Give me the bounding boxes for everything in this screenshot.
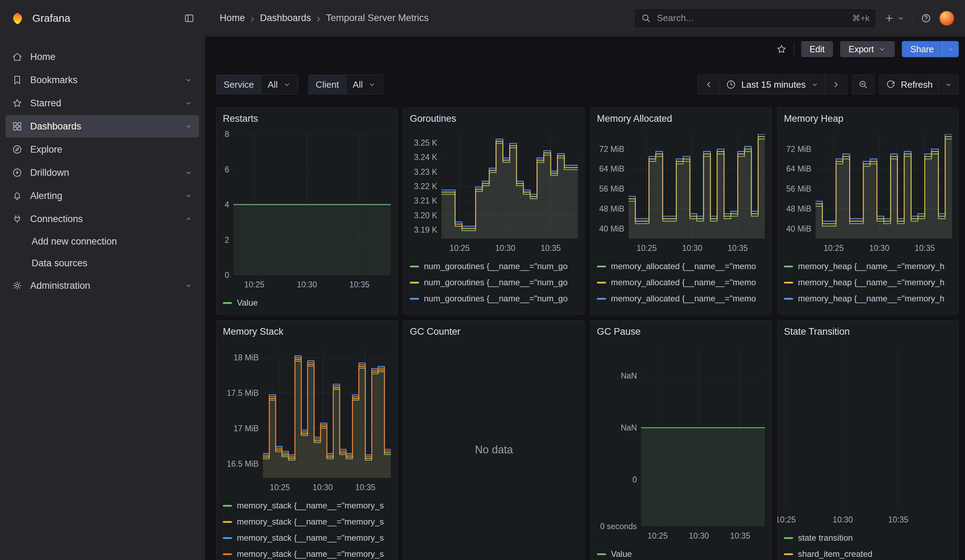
- y-axis-label: 0: [632, 475, 637, 485]
- panel-title[interactable]: GC Counter: [410, 326, 578, 337]
- legend-item[interactable]: memory_stack {__name__="memory_s: [223, 546, 391, 560]
- compass-icon: [12, 144, 23, 155]
- legend-item[interactable]: Value: [223, 295, 391, 311]
- sidebar-item-data-sources[interactable]: Data sources: [6, 253, 199, 274]
- sidebar-item-home[interactable]: Home: [6, 46, 199, 68]
- sidebar-item-dashboards[interactable]: Dashboards: [6, 115, 199, 137]
- x-axis-label: 10:30: [689, 531, 709, 541]
- refresh-button[interactable]: Refresh: [879, 75, 939, 95]
- y-axis: NaNNaN00 seconds: [597, 347, 641, 526]
- chart-plot[interactable]: [816, 134, 952, 238]
- share-button-label[interactable]: Share: [902, 41, 942, 57]
- legend-item[interactable]: shard_item_created: [784, 546, 952, 560]
- legend-swatch: [784, 537, 793, 539]
- legend-item[interactable]: memory_allocated {__name__="memo: [597, 274, 765, 291]
- zoom-out-button[interactable]: [852, 75, 875, 95]
- legend-item[interactable]: memory_stack {__name__="memory_s: [223, 530, 391, 546]
- legend-swatch: [784, 298, 793, 300]
- legend-item[interactable]: memory_heap {__name__="memory_h: [784, 258, 952, 274]
- legend-item[interactable]: memory_heap {__name__="memory_h: [784, 291, 952, 307]
- help-icon[interactable]: [921, 13, 931, 23]
- legend-item[interactable]: memory_stack {__name__="memory_s: [223, 498, 391, 514]
- panel-title[interactable]: State Transition: [784, 326, 952, 337]
- sidebar-item-connections[interactable]: Connections: [6, 208, 199, 230]
- legend-item[interactable]: memory_heap {__name__="memory_h: [784, 307, 952, 311]
- legend-item[interactable]: memory_allocated {__name__="memo: [597, 258, 765, 274]
- sidebar-item-starred[interactable]: Starred: [6, 92, 199, 114]
- y-axis-label: 3.22 K: [414, 182, 438, 191]
- chevron-up-icon: [184, 215, 193, 223]
- legend-item[interactable]: num_goroutines {__name__="num_go: [410, 274, 578, 291]
- time-range-picker[interactable]: Last 15 minutes: [720, 75, 825, 95]
- legend-item[interactable]: num_goroutines {__name__="num_go: [410, 307, 578, 311]
- sidebar-item-bookmarks[interactable]: Bookmarks: [6, 69, 199, 91]
- share-button[interactable]: Share: [902, 41, 959, 57]
- legend-item[interactable]: memory_allocated {__name__="memo: [597, 307, 765, 311]
- chart-plot[interactable]: [263, 347, 391, 478]
- panel-restarts: Restarts8642010:2510:3010:35Value: [216, 107, 397, 315]
- legend-item[interactable]: memory_allocated {__name__="memo: [597, 291, 765, 307]
- legend-item-label: Value: [611, 549, 632, 559]
- time-forward-button[interactable]: [824, 75, 847, 95]
- client-filter-value[interactable]: All: [346, 75, 383, 95]
- cog-icon: [12, 280, 23, 291]
- panel-title[interactable]: Memory Heap: [784, 113, 952, 124]
- chart-plot[interactable]: [442, 134, 578, 238]
- panel-title[interactable]: GC Pause: [597, 326, 765, 337]
- favorite-star-icon[interactable]: [776, 44, 787, 54]
- sidebar-item-explore[interactable]: Explore: [6, 138, 199, 161]
- panel-title[interactable]: Goroutines: [410, 113, 578, 124]
- panel-body: No data: [410, 337, 578, 560]
- chevron-down-icon: [368, 80, 376, 89]
- time-back-button[interactable]: [698, 75, 720, 95]
- panel-title[interactable]: Memory Stack: [223, 326, 391, 337]
- sidebar-toggle-icon[interactable]: [184, 13, 195, 23]
- sidebar-item-add-new-connection[interactable]: Add new connection: [6, 231, 199, 252]
- search-shortcut: ⌘+k: [852, 13, 870, 23]
- x-axis-label: 10:30: [495, 243, 515, 253]
- share-dropdown-button[interactable]: [942, 41, 959, 57]
- legend-swatch: [410, 282, 419, 284]
- edit-button[interactable]: Edit: [801, 41, 833, 57]
- avatar[interactable]: [939, 11, 955, 26]
- y-axis-label: 18 MiB: [233, 353, 258, 362]
- star-icon: [12, 98, 23, 108]
- search-box[interactable]: ⌘+k: [634, 8, 876, 28]
- plus-icon: [884, 13, 895, 23]
- grafana-logo[interactable]: [10, 11, 25, 25]
- chart-plot[interactable]: [784, 347, 952, 510]
- sidebar-item-label: Drilldown: [30, 167, 69, 178]
- refresh-interval-button[interactable]: [938, 75, 959, 95]
- legend-item[interactable]: num_goroutines {__name__="num_go: [410, 291, 578, 307]
- x-axis-label: 10:30: [869, 243, 890, 253]
- service-filter-value[interactable]: All: [261, 75, 298, 95]
- panel-title[interactable]: Restarts: [223, 113, 391, 124]
- chevron-down-icon: [946, 45, 955, 53]
- panel-title[interactable]: Memory Allocated: [597, 113, 765, 124]
- x-axis-label: 10:25: [244, 280, 265, 289]
- sidebar-item-alerting[interactable]: Alerting: [6, 184, 199, 207]
- legend-swatch: [223, 302, 232, 304]
- x-axis-label: 10:35: [355, 483, 376, 492]
- breadcrumb-item-dashboards[interactable]: Dashboards: [260, 13, 311, 23]
- sidebar-item-administration[interactable]: Administration: [6, 274, 199, 297]
- legend-item[interactable]: memory_stack {__name__="memory_s: [223, 514, 391, 530]
- chevron-down-icon: [184, 168, 193, 177]
- y-axis-label: 40 MiB: [599, 224, 624, 233]
- chart-plot[interactable]: [641, 347, 765, 526]
- chart-plot[interactable]: [628, 134, 765, 238]
- chart-plot[interactable]: [233, 134, 391, 275]
- chevron-down-icon: [811, 80, 819, 89]
- legend-item[interactable]: memory_heap {__name__="memory_h: [784, 274, 952, 291]
- legend-swatch: [223, 553, 232, 555]
- panel-gc-pause: GC PauseNaNNaN00 seconds10:2510:3010:35V…: [590, 320, 772, 560]
- export-button[interactable]: Export: [840, 41, 895, 57]
- legend-item[interactable]: num_goroutines {__name__="num_go: [410, 258, 578, 274]
- add-button[interactable]: [884, 13, 905, 23]
- breadcrumb-item-home[interactable]: Home: [220, 13, 245, 23]
- x-axis-label: 10:30: [297, 280, 317, 289]
- legend-item[interactable]: Value: [597, 546, 765, 560]
- search-input[interactable]: [656, 12, 847, 24]
- sidebar-item-drilldown[interactable]: Drilldown: [6, 162, 199, 184]
- legend-item[interactable]: state transition: [784, 530, 952, 546]
